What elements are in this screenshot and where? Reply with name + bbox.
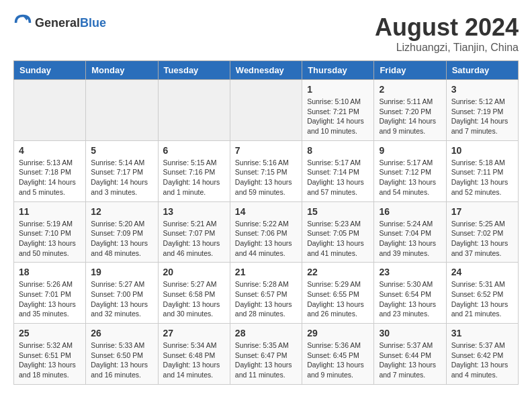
calendar-cell: 21Sunrise: 5:28 AM Sunset: 6:57 PM Dayli… xyxy=(230,263,302,324)
calendar-cell: 16Sunrise: 5:24 AM Sunset: 7:04 PM Dayli… xyxy=(374,201,446,263)
calendar-week-row-1: 1Sunrise: 5:10 AM Sunset: 7:21 PM Daylig… xyxy=(14,80,519,141)
calendar-cell: 17Sunrise: 5:25 AM Sunset: 7:02 PM Dayli… xyxy=(446,201,518,263)
calendar-cell: 1Sunrise: 5:10 AM Sunset: 7:21 PM Daylig… xyxy=(302,80,374,141)
day-number: 22 xyxy=(307,267,369,277)
calendar-week-row-2: 4Sunrise: 5:13 AM Sunset: 7:18 PM Daylig… xyxy=(14,140,519,201)
calendar-cell xyxy=(230,80,302,141)
calendar-cell: 11Sunrise: 5:19 AM Sunset: 7:10 PM Dayli… xyxy=(14,201,86,263)
calendar-cell: 20Sunrise: 5:27 AM Sunset: 6:58 PM Dayli… xyxy=(158,263,230,324)
day-number: 5 xyxy=(91,145,152,156)
day-number: 26 xyxy=(91,328,152,338)
day-number: 12 xyxy=(91,206,152,217)
calendar-cell: 4Sunrise: 5:13 AM Sunset: 7:18 PM Daylig… xyxy=(14,140,86,201)
calendar-cell: 30Sunrise: 5:37 AM Sunset: 6:44 PM Dayli… xyxy=(374,324,446,385)
day-number: 30 xyxy=(379,328,441,338)
calendar-cell: 5Sunrise: 5:14 AM Sunset: 7:17 PM Daylig… xyxy=(86,140,158,201)
day-number: 29 xyxy=(307,328,369,338)
day-number: 16 xyxy=(379,206,441,217)
day-number: 10 xyxy=(451,145,513,156)
day-number: 28 xyxy=(235,328,297,338)
calendar-week-row-4: 18Sunrise: 5:26 AM Sunset: 7:01 PM Dayli… xyxy=(14,263,519,324)
day-info: Sunrise: 5:24 AM Sunset: 7:04 PM Dayligh… xyxy=(379,219,441,259)
day-info: Sunrise: 5:28 AM Sunset: 6:57 PM Dayligh… xyxy=(235,279,297,319)
calendar-week-row-3: 11Sunrise: 5:19 AM Sunset: 7:10 PM Dayli… xyxy=(14,201,519,263)
weekday-header-saturday: Saturday xyxy=(446,61,518,80)
weekday-header-row: SundayMondayTuesdayWednesdayThursdayFrid… xyxy=(14,61,519,80)
weekday-header-sunday: Sunday xyxy=(14,61,86,80)
day-info: Sunrise: 5:33 AM Sunset: 6:50 PM Dayligh… xyxy=(91,340,152,380)
calendar-cell: 23Sunrise: 5:30 AM Sunset: 6:54 PM Dayli… xyxy=(374,263,446,324)
day-number: 4 xyxy=(19,145,81,156)
day-info: Sunrise: 5:37 AM Sunset: 6:42 PM Dayligh… xyxy=(451,340,513,380)
day-number: 23 xyxy=(379,267,441,277)
day-info: Sunrise: 5:31 AM Sunset: 6:52 PM Dayligh… xyxy=(451,279,513,319)
calendar-cell: 29Sunrise: 5:36 AM Sunset: 6:45 PM Dayli… xyxy=(302,324,374,385)
day-number: 15 xyxy=(307,206,369,217)
day-number: 7 xyxy=(235,145,297,156)
day-info: Sunrise: 5:26 AM Sunset: 7:01 PM Dayligh… xyxy=(19,279,81,319)
calendar-cell: 18Sunrise: 5:26 AM Sunset: 7:01 PM Dayli… xyxy=(14,263,86,324)
day-info: Sunrise: 5:29 AM Sunset: 6:55 PM Dayligh… xyxy=(307,279,369,319)
day-info: Sunrise: 5:20 AM Sunset: 7:09 PM Dayligh… xyxy=(91,219,152,259)
day-number: 8 xyxy=(307,145,369,156)
day-number: 13 xyxy=(163,206,225,217)
day-info: Sunrise: 5:19 AM Sunset: 7:10 PM Dayligh… xyxy=(19,219,81,259)
day-number: 6 xyxy=(163,145,225,156)
day-number: 2 xyxy=(379,84,441,95)
day-info: Sunrise: 5:17 AM Sunset: 7:14 PM Dayligh… xyxy=(307,158,369,197)
day-info: Sunrise: 5:25 AM Sunset: 7:02 PM Dayligh… xyxy=(451,219,513,259)
day-info: Sunrise: 5:14 AM Sunset: 7:17 PM Dayligh… xyxy=(91,158,152,197)
calendar-cell: 2Sunrise: 5:11 AM Sunset: 7:20 PM Daylig… xyxy=(374,80,446,141)
day-info: Sunrise: 5:30 AM Sunset: 6:54 PM Dayligh… xyxy=(379,279,441,319)
day-info: Sunrise: 5:18 AM Sunset: 7:11 PM Dayligh… xyxy=(451,158,513,197)
weekday-header-wednesday: Wednesday xyxy=(230,61,302,80)
weekday-header-thursday: Thursday xyxy=(302,61,374,80)
calendar-cell xyxy=(86,80,158,141)
calendar-cell: 15Sunrise: 5:23 AM Sunset: 7:05 PM Dayli… xyxy=(302,201,374,263)
calendar-cell: 13Sunrise: 5:21 AM Sunset: 7:07 PM Dayli… xyxy=(158,201,230,263)
day-info: Sunrise: 5:11 AM Sunset: 7:20 PM Dayligh… xyxy=(379,97,441,136)
day-info: Sunrise: 5:23 AM Sunset: 7:05 PM Dayligh… xyxy=(307,219,369,259)
day-info: Sunrise: 5:36 AM Sunset: 6:45 PM Dayligh… xyxy=(307,340,369,380)
day-info: Sunrise: 5:21 AM Sunset: 7:07 PM Dayligh… xyxy=(163,219,225,259)
calendar-cell: 6Sunrise: 5:15 AM Sunset: 7:16 PM Daylig… xyxy=(158,140,230,201)
day-number: 19 xyxy=(91,267,152,277)
calendar-cell: 25Sunrise: 5:32 AM Sunset: 6:51 PM Dayli… xyxy=(14,324,86,385)
day-info: Sunrise: 5:10 AM Sunset: 7:21 PM Dayligh… xyxy=(307,97,369,136)
location-subtitle: Lizhuangzi, Tianjin, China xyxy=(375,42,519,54)
logo-text-general: General xyxy=(35,16,80,30)
day-info: Sunrise: 5:15 AM Sunset: 7:16 PM Dayligh… xyxy=(163,158,225,197)
day-info: Sunrise: 5:16 AM Sunset: 7:15 PM Dayligh… xyxy=(235,158,297,197)
day-number: 14 xyxy=(235,206,297,217)
month-year-title: August 2024 xyxy=(375,13,519,42)
calendar-cell xyxy=(14,80,86,141)
weekday-header-monday: Monday xyxy=(86,61,158,80)
day-info: Sunrise: 5:17 AM Sunset: 7:12 PM Dayligh… xyxy=(379,158,441,197)
calendar-cell: 19Sunrise: 5:27 AM Sunset: 7:00 PM Dayli… xyxy=(86,263,158,324)
calendar-cell: 7Sunrise: 5:16 AM Sunset: 7:15 PM Daylig… xyxy=(230,140,302,201)
day-info: Sunrise: 5:27 AM Sunset: 7:00 PM Dayligh… xyxy=(91,279,152,319)
calendar-cell: 8Sunrise: 5:17 AM Sunset: 7:14 PM Daylig… xyxy=(302,140,374,201)
day-number: 27 xyxy=(163,328,225,338)
day-number: 9 xyxy=(379,145,441,156)
day-number: 20 xyxy=(163,267,225,277)
calendar-table: SundayMondayTuesdayWednesdayThursdayFrid… xyxy=(13,60,519,385)
day-info: Sunrise: 5:13 AM Sunset: 7:18 PM Dayligh… xyxy=(19,158,81,197)
calendar-cell: 26Sunrise: 5:33 AM Sunset: 6:50 PM Dayli… xyxy=(86,324,158,385)
calendar-cell: 12Sunrise: 5:20 AM Sunset: 7:09 PM Dayli… xyxy=(86,201,158,263)
calendar-cell: 3Sunrise: 5:12 AM Sunset: 7:19 PM Daylig… xyxy=(446,80,518,141)
day-info: Sunrise: 5:27 AM Sunset: 6:58 PM Dayligh… xyxy=(163,279,225,319)
page-header: GeneralBlue August 2024 Lizhuangzi, Tian… xyxy=(13,13,519,54)
day-number: 1 xyxy=(307,84,369,95)
day-number: 21 xyxy=(235,267,297,277)
calendar-week-row-5: 25Sunrise: 5:32 AM Sunset: 6:51 PM Dayli… xyxy=(14,324,519,385)
title-area: August 2024 Lizhuangzi, Tianjin, China xyxy=(375,13,519,54)
calendar-cell: 28Sunrise: 5:35 AM Sunset: 6:47 PM Dayli… xyxy=(230,324,302,385)
logo: GeneralBlue xyxy=(13,13,106,32)
logo-text-blue: Blue xyxy=(80,16,106,30)
calendar-cell: 9Sunrise: 5:17 AM Sunset: 7:12 PM Daylig… xyxy=(374,140,446,201)
day-number: 24 xyxy=(451,267,513,277)
calendar-cell: 27Sunrise: 5:34 AM Sunset: 6:48 PM Dayli… xyxy=(158,324,230,385)
day-number: 25 xyxy=(19,328,81,338)
weekday-header-friday: Friday xyxy=(374,61,446,80)
